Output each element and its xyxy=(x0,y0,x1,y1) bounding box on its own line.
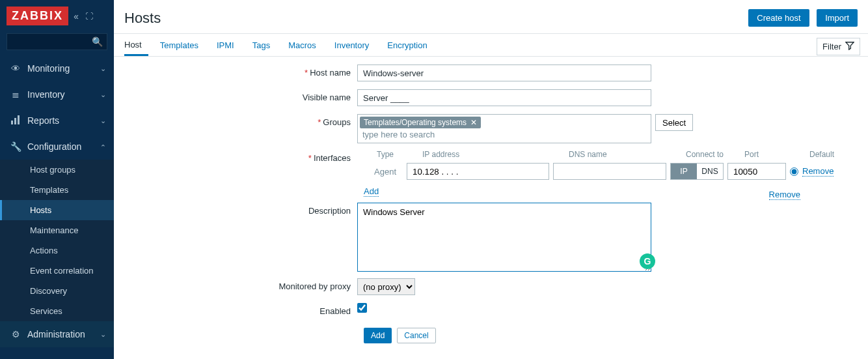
nav-item-administration[interactable]: ⚙ Administration ⌄ xyxy=(0,321,114,347)
chevron-up-icon: ⌄ xyxy=(100,143,106,151)
tabs-bar: Host Templates IPMI Tags Macros Inventor… xyxy=(114,33,868,57)
chevron-down-icon: ⌄ xyxy=(100,65,106,73)
dns-name-input[interactable] xyxy=(553,163,666,180)
grammarly-icon[interactable]: G xyxy=(640,253,655,269)
remove-tag-icon[interactable]: ✕ xyxy=(470,118,477,127)
remove-interface-link[interactable]: Remove xyxy=(802,166,834,177)
interface-header: Type IP address DNS name Connect to Port… xyxy=(357,150,834,159)
chevron-down-icon: ⌄ xyxy=(100,117,106,125)
groups-input[interactable]: Templates/Operating systems ✕ type here … xyxy=(357,114,651,143)
cancel-button[interactable]: Cancel xyxy=(397,328,435,343)
nav-item-configuration[interactable]: 🔧 Configuration ⌄ xyxy=(0,134,114,160)
sub-item-templates[interactable]: Templates xyxy=(0,180,114,200)
default-interface-radio[interactable] xyxy=(790,167,798,176)
group-tag: Templates/Operating systems ✕ xyxy=(360,117,481,128)
configuration-submenu: Host groups Templates Hosts Maintenance … xyxy=(0,160,114,321)
filter-button[interactable]: Filter xyxy=(817,38,860,55)
import-button[interactable]: Import xyxy=(817,9,858,27)
create-host-button[interactable]: Create host xyxy=(748,9,809,27)
sub-item-services[interactable]: Services xyxy=(0,301,114,321)
interface-row: Agent IP DNS Remove xyxy=(357,163,834,180)
tab-host[interactable]: Host xyxy=(124,35,148,56)
list-icon: ≣ xyxy=(8,89,23,100)
page-title: Hosts xyxy=(124,10,743,27)
logo-row: ZABBIX ‹‹ ⛶ xyxy=(0,0,114,28)
brand-logo[interactable]: ZABBIX xyxy=(7,7,68,25)
page-header: Hosts Create host Import xyxy=(114,0,868,33)
visible-name-input[interactable] xyxy=(357,89,651,106)
nav-item-inventory[interactable]: ≣ Inventory ⌄ xyxy=(0,81,114,108)
svg-rect-2 xyxy=(18,115,20,124)
sub-item-host-groups[interactable]: Host groups xyxy=(0,160,114,180)
tab-tags[interactable]: Tags xyxy=(252,35,277,55)
collapse-sidebar-icon[interactable]: ‹‹ xyxy=(74,10,77,22)
add-button[interactable]: Add xyxy=(364,328,392,343)
nav-item-monitoring[interactable]: 👁 Monitoring ⌄ xyxy=(0,55,114,81)
svg-rect-1 xyxy=(14,118,16,124)
main-content: Hosts Create host Import Host Templates … xyxy=(114,0,868,359)
svg-rect-0 xyxy=(11,121,13,124)
sub-item-hosts[interactable]: Hosts xyxy=(0,200,114,220)
port-input[interactable] xyxy=(727,163,786,180)
chevron-down-icon: ⌄ xyxy=(100,91,106,99)
sub-item-maintenance[interactable]: Maintenance xyxy=(0,220,114,240)
sub-item-actions[interactable]: Actions xyxy=(0,240,114,261)
nav-item-reports[interactable]: Reports ⌄ xyxy=(0,108,114,134)
filter-icon xyxy=(845,41,854,52)
host-form: *Host name Visible name *Groups Template… xyxy=(114,57,868,343)
tab-inventory[interactable]: Inventory xyxy=(334,35,375,55)
description-textarea[interactable]: Windows Server xyxy=(357,203,651,272)
select-groups-button[interactable]: Select xyxy=(655,114,693,131)
fullscreen-icon[interactable]: ⛶ xyxy=(85,12,93,21)
sidebar: ZABBIX ‹‹ ⛶ 🔍 👁 Monitoring ⌄ ≣ Inventory… xyxy=(0,0,114,359)
tab-encryption[interactable]: Encryption xyxy=(387,35,433,55)
wrench-icon: 🔧 xyxy=(8,141,23,152)
gear-icon: ⚙ xyxy=(8,329,23,339)
search-input[interactable]: 🔍 xyxy=(7,33,107,50)
ip-address-input[interactable] xyxy=(407,163,549,180)
eye-icon: 👁 xyxy=(8,63,23,74)
sub-item-discovery[interactable]: Discovery xyxy=(0,281,114,301)
connect-dns-option[interactable]: DNS xyxy=(697,164,723,179)
tab-macros[interactable]: Macros xyxy=(288,35,323,55)
tab-ipmi[interactable]: IPMI xyxy=(217,35,241,55)
chart-icon xyxy=(8,115,23,127)
sub-item-event-correlation[interactable]: Event correlation xyxy=(0,261,114,281)
enabled-checkbox[interactable] xyxy=(357,303,367,313)
proxy-select[interactable]: (no proxy) xyxy=(357,278,415,295)
search-icon: 🔍 xyxy=(92,36,103,47)
connect-to-toggle: IP DNS xyxy=(670,163,724,180)
chevron-down-icon: ⌄ xyxy=(100,330,106,339)
side-remove-link[interactable]: Remove xyxy=(769,190,800,200)
interface-type-label: Agent xyxy=(357,167,396,177)
tab-templates[interactable]: Templates xyxy=(160,35,205,55)
connect-ip-option[interactable]: IP xyxy=(671,164,697,179)
host-name-input[interactable] xyxy=(357,65,651,81)
add-interface-link[interactable]: Add xyxy=(364,186,379,197)
